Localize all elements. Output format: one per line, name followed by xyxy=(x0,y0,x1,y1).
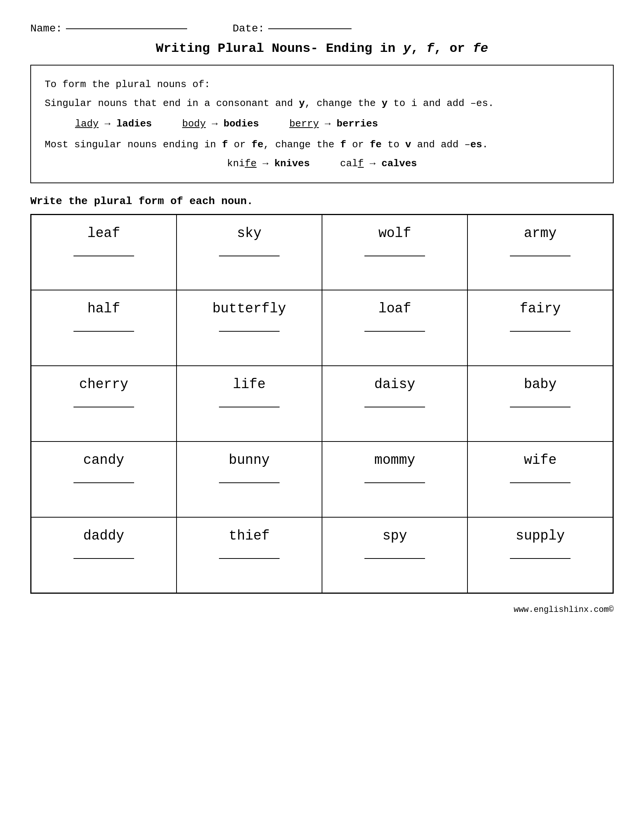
answer-line xyxy=(219,482,280,483)
title-f: f xyxy=(426,41,434,56)
answer-line xyxy=(364,256,425,256)
answer-line xyxy=(74,558,134,559)
cell-word-life: life xyxy=(233,377,266,392)
name-input-line xyxy=(66,28,187,29)
table-cell-r3c3: wife xyxy=(467,442,613,517)
table-cell-r1c2: loaf xyxy=(322,290,467,366)
answer-line xyxy=(74,256,134,256)
answer-line xyxy=(74,331,134,332)
answer-line xyxy=(364,407,425,407)
table-cell-r4c2: spy xyxy=(322,517,467,593)
cell-word-spy: spy xyxy=(383,528,407,544)
answer-line xyxy=(74,482,134,483)
answer-line xyxy=(510,407,570,407)
example-lady: lady → ladies xyxy=(75,116,152,132)
answer-line xyxy=(364,331,425,332)
cell-word-supply: supply xyxy=(515,528,565,544)
title-comma2: , or xyxy=(434,41,473,56)
cell-word-candy: candy xyxy=(83,452,124,468)
cell-word-wife: wife xyxy=(524,452,557,468)
answer-line xyxy=(74,407,134,407)
worksheet-title: Writing Plural Nouns- Ending in y, f, or… xyxy=(30,41,614,56)
example-calf: calf → calves xyxy=(340,155,417,172)
answer-line xyxy=(510,558,570,559)
cell-word-daddy: daddy xyxy=(83,528,124,544)
cell-content: fairy xyxy=(468,301,613,332)
answer-line xyxy=(510,482,570,483)
cell-word-baby: baby xyxy=(524,377,557,392)
cell-word-sky: sky xyxy=(237,226,261,241)
cell-content: daddy xyxy=(31,528,176,559)
cell-word-fairy: fairy xyxy=(520,301,561,317)
cell-word-daisy: daisy xyxy=(374,377,415,392)
answer-line xyxy=(510,331,570,332)
cell-content: loaf xyxy=(322,301,467,332)
cell-content: life xyxy=(177,377,322,407)
cell-content: daisy xyxy=(322,377,467,407)
name-date-row: Name: Date: xyxy=(30,23,614,34)
cell-content: baby xyxy=(468,377,613,407)
cell-content: leaf xyxy=(31,226,176,256)
name-label: Name: xyxy=(30,23,62,34)
table-cell-r3c0: candy xyxy=(31,442,177,517)
title-comma1: , xyxy=(411,41,427,56)
answer-line xyxy=(510,256,570,256)
footer: www.englishlinx.com© xyxy=(30,605,614,614)
table-cell-r3c1: bunny xyxy=(177,442,322,517)
date-input-line xyxy=(268,28,351,29)
example-body: body → bodies xyxy=(182,116,259,132)
answer-line xyxy=(219,558,280,559)
instruction-text: Write the plural form of each noun. xyxy=(30,195,614,207)
cell-word-mommy: mommy xyxy=(374,452,415,468)
table-cell-r0c2: wolf xyxy=(322,214,467,290)
table-cell-r0c3: army xyxy=(467,214,613,290)
cell-content: bunny xyxy=(177,452,322,483)
answer-line xyxy=(364,558,425,559)
example-berry: berry → berries xyxy=(290,116,378,132)
answer-line xyxy=(219,407,280,407)
cell-word-bunny: bunny xyxy=(229,452,270,468)
cell-content: thief xyxy=(177,528,322,559)
rules-line3: Most singular nouns ending in f or fe, c… xyxy=(45,136,599,153)
table-cell-r4c1: thief xyxy=(177,517,322,593)
cell-content: cherry xyxy=(31,377,176,407)
cell-word-wolf: wolf xyxy=(378,226,411,241)
cell-word-thief: thief xyxy=(229,528,270,544)
table-cell-r0c1: sky xyxy=(177,214,322,290)
cell-word-army: army xyxy=(524,226,557,241)
table-cell-r4c3: supply xyxy=(467,517,613,593)
cell-content: sky xyxy=(177,226,322,256)
cell-content: wolf xyxy=(322,226,467,256)
cell-content: supply xyxy=(468,528,613,559)
cell-content: butterfly xyxy=(177,301,322,332)
cell-content: army xyxy=(468,226,613,256)
title-fe: fe xyxy=(473,41,488,56)
answer-line xyxy=(364,482,425,483)
name-field: Name: xyxy=(30,23,187,34)
cell-word-cherry: cherry xyxy=(79,377,129,392)
table-cell-r1c1: butterfly xyxy=(177,290,322,366)
table-cell-r0c0: leaf xyxy=(31,214,177,290)
table-cell-r1c3: fairy xyxy=(467,290,613,366)
table-cell-r3c2: mommy xyxy=(322,442,467,517)
example-knife: knife → knives xyxy=(227,155,309,172)
cell-word-butterfly: butterfly xyxy=(213,301,286,317)
cell-word-half: half xyxy=(87,301,120,317)
cell-content: mommy xyxy=(322,452,467,483)
table-cell-r4c0: daddy xyxy=(31,517,177,593)
noun-table: leafskywolfarmyhalfbutterflyloaffairyche… xyxy=(30,214,614,594)
rules-box: To form the plural nouns of: Singular no… xyxy=(30,65,614,183)
table-cell-r2c0: cherry xyxy=(31,366,177,442)
answer-line xyxy=(219,256,280,256)
title-y: y xyxy=(403,41,411,56)
cell-content: spy xyxy=(322,528,467,559)
header-section: Name: Date: Writing Plural Nouns- Ending… xyxy=(30,23,614,56)
cell-content: wife xyxy=(468,452,613,483)
cell-word-leaf: leaf xyxy=(87,226,120,241)
date-field: Date: xyxy=(233,23,351,34)
rules-line1: To form the plural nouns of: xyxy=(45,76,599,93)
footer-text: www.englishlinx.com© xyxy=(514,605,614,614)
table-cell-r1c0: half xyxy=(31,290,177,366)
cell-content: candy xyxy=(31,452,176,483)
rules-examples-f: knife → knives calf → calves xyxy=(45,155,599,172)
